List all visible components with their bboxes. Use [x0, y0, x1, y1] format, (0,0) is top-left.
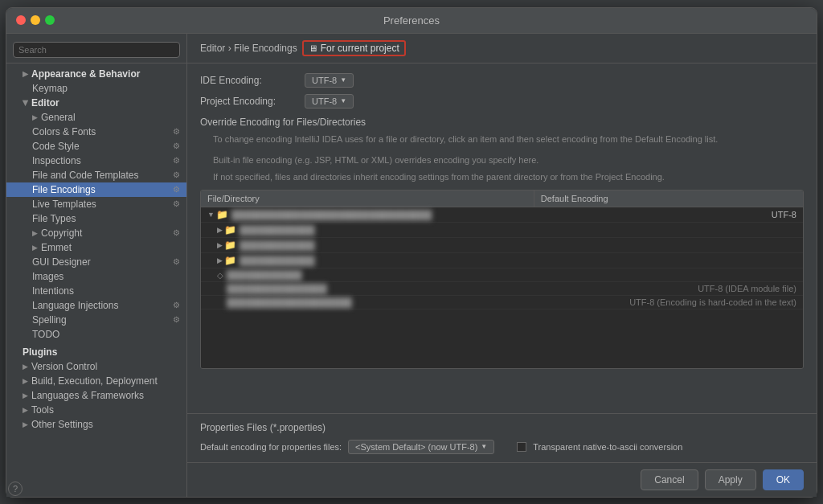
sidebar-item-images[interactable]: Images [6, 269, 186, 284]
properties-encoding-select[interactable]: <System Default> (now UTF-8) [348, 440, 494, 454]
table-row[interactable]: ████████████████████ UTF-8 (Encoding is … [201, 296, 803, 309]
sidebar-item-intentions[interactable]: Intentions [6, 284, 186, 298]
ide-encoding-select[interactable]: UTF-8 [305, 73, 354, 88]
sidebar: ▶ Appearance & Behavior Keymap ▶ Editor … [6, 34, 187, 497]
sidebar-item-tools[interactable]: ▶ Tools [6, 403, 186, 417]
content-header: Editor › File Encodings 🖥 For current pr… [187, 34, 817, 64]
help-button[interactable]: ? [8, 481, 23, 496]
sidebar-item-emmet[interactable]: ▶ Emmet [6, 240, 186, 255]
folder-label: ████████████████████████████████ [231, 210, 765, 219]
project-encoding-select[interactable]: UTF-8 [305, 94, 354, 109]
settings-icon: ⚙ [173, 315, 180, 324]
folder-label: ████████████ [240, 240, 790, 250]
arrow-icon: ▶ [32, 244, 38, 252]
settings-icon: ⚙ [173, 228, 180, 237]
sidebar-item-language-injections[interactable]: Language Injections ⚙ [6, 298, 186, 313]
file-encodings-table: File/Directory Default Encoding ▼ 📁 ████… [200, 190, 804, 369]
sidebar-item-todo[interactable]: TODO [6, 327, 186, 342]
encoding-value: UTF-8 (Encoding is hard-coded in the tex… [629, 297, 796, 307]
override-section-title: Override Encoding for Files/Directories [200, 117, 804, 128]
sidebar-item-plugins[interactable]: Plugins [6, 345, 186, 359]
module-label: ████████████ [227, 270, 790, 280]
table-row[interactable]: ▶ 📁 ████████████ [201, 223, 803, 238]
arrow-open-icon: ▶ [22, 100, 30, 105]
sidebar-item-file-code-templates[interactable]: File and Code Templates ⚙ [6, 168, 186, 182]
arrow-icon: ▶ [23, 377, 28, 385]
sidebar-item-file-encodings[interactable]: File Encodings ⚙ [6, 182, 186, 197]
preferences-window: Preferences ▶ Appearance & Behavior Keym… [6, 7, 817, 498]
table-row[interactable]: ▼ 📁 ████████████████████████████████ UTF… [201, 207, 803, 223]
arrow-icon: ▶ [23, 391, 28, 400]
table-row[interactable]: ◇ ████████████ [201, 268, 803, 282]
sidebar-item-appearance-behavior[interactable]: ▶ Appearance & Behavior [6, 67, 186, 81]
encoding-value: UTF-8 [765, 210, 796, 219]
ide-encoding-row: IDE Encoding: UTF-8 [200, 73, 804, 88]
properties-title: Properties Files (*.properties) [200, 422, 804, 433]
settings-icon: ⚙ [173, 127, 180, 136]
sidebar-item-languages[interactable]: ▶ Languages & Frameworks [6, 388, 186, 403]
main-layout: ▶ Appearance & Behavior Keymap ▶ Editor … [6, 34, 817, 497]
expand-icon: ▶ [217, 241, 223, 249]
project-encoding-label: Project Encoding: [200, 96, 305, 107]
folder-icon: 📁 [216, 209, 228, 220]
search-box [6, 37, 186, 64]
sidebar-item-copyright[interactable]: ▶ Copyright ⚙ [6, 226, 186, 240]
arrow-icon: ▶ [32, 113, 38, 121]
cancel-button[interactable]: Cancel [641, 469, 698, 490]
current-project-badge: 🖥 For current project [302, 40, 406, 56]
settings-icon: ⚙ [173, 301, 180, 309]
arrow-icon: ▶ [32, 229, 38, 237]
sidebar-item-file-types[interactable]: File Types [6, 211, 186, 226]
sidebar-item-inspections[interactable]: Inspections ⚙ [6, 154, 186, 168]
sidebar-item-spelling[interactable]: Spelling ⚙ [6, 313, 186, 327]
folder-icon: 📁 [224, 255, 236, 266]
sidebar-item-build-exec[interactable]: ▶ Build, Execution, Deployment [6, 374, 186, 388]
table-header: File/Directory Default Encoding [201, 191, 803, 207]
folder-icon: 📁 [224, 240, 236, 251]
settings-icon: ⚙ [173, 199, 180, 208]
content-body: IDE Encoding: UTF-8 Project Encoding: UT… [187, 64, 817, 413]
maximize-button[interactable] [45, 15, 55, 25]
info-line2: Built-in file encoding (e.g. JSP, HTML o… [213, 154, 804, 167]
sidebar-item-keymap[interactable]: Keymap [6, 81, 186, 96]
content-area: Editor › File Encodings 🖥 For current pr… [187, 34, 817, 497]
sidebar-item-gui-designer[interactable]: GUI Designer ⚙ [6, 255, 186, 269]
sidebar-item-version-control[interactable]: ▶ Version Control [6, 359, 186, 374]
apply-button[interactable]: Apply [705, 469, 756, 490]
expand-icon: ▼ [207, 211, 215, 219]
arrow-icon: ▶ [23, 406, 28, 414]
ok-button[interactable]: OK [763, 469, 804, 490]
title-bar: Preferences [6, 8, 817, 34]
search-input[interactable] [13, 42, 180, 58]
properties-row: Default encoding for properties files: <… [200, 440, 804, 454]
properties-section: Properties Files (*.properties) Default … [187, 413, 817, 462]
sidebar-item-general[interactable]: ▶ General [6, 110, 186, 125]
arrow-icon: ▶ [23, 70, 28, 78]
table-row[interactable]: ████████████████ UTF-8 (IDEA module file… [201, 282, 803, 296]
sidebar-item-colors-fonts[interactable]: Colors & Fonts ⚙ [6, 125, 186, 139]
sidebar-item-live-templates[interactable]: Live Templates ⚙ [6, 197, 186, 211]
table-row[interactable]: ▶ 📁 ████████████ [201, 253, 803, 268]
arrow-icon: ▶ [23, 363, 28, 371]
footer: Cancel Apply OK [187, 462, 817, 497]
col-default-encoding: Default Encoding [534, 191, 803, 207]
settings-icon: ⚙ [173, 185, 180, 194]
sidebar-item-editor[interactable]: ▶ Editor [6, 96, 186, 110]
table-row[interactable]: ▶ 📁 ████████████ [201, 238, 803, 253]
settings-icon: ⚙ [173, 257, 180, 266]
info-line1: To change encoding IntelliJ IDEA uses fo… [213, 133, 804, 146]
sidebar-item-code-style[interactable]: Code Style ⚙ [6, 139, 186, 154]
default-encoding-label: Default encoding for properties files: [200, 442, 342, 452]
close-button[interactable] [16, 15, 26, 25]
minimize-button[interactable] [31, 15, 40, 25]
settings-icon: ⚙ [173, 170, 180, 179]
breadcrumb: Editor › File Encodings [200, 43, 297, 54]
file-label: ████████████████████ [227, 297, 629, 307]
settings-icon: ⚙ [173, 156, 180, 165]
table-body[interactable]: ▼ 📁 ████████████████████████████████ UTF… [201, 207, 803, 368]
folder-icon: 📁 [224, 224, 236, 236]
transparent-checkbox[interactable] [517, 442, 526, 452]
project-encoding-row: Project Encoding: UTF-8 [200, 94, 804, 109]
traffic-lights [16, 15, 55, 25]
sidebar-item-other-settings[interactable]: ▶ Other Settings [6, 417, 186, 432]
